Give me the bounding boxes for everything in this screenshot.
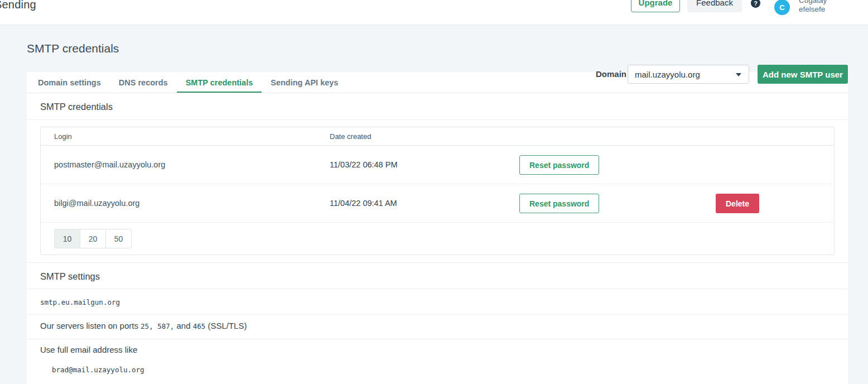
date-created-cell: 11/03/22 06:48 PM — [330, 160, 397, 169]
table-row: bilgi@mail.uzayyolu.org 11/04/22 09:41 A… — [41, 184, 834, 223]
feedback-button[interactable]: Feedback — [687, 0, 742, 12]
tab-sending-api-keys[interactable]: Sending API keys — [262, 72, 347, 93]
avatar[interactable]: C — [774, 0, 790, 15]
tab-smtp-credentials[interactable]: SMTP credentials — [177, 72, 262, 93]
breadcrumb-page-title: Sending — [0, 0, 36, 11]
page-title: SMTP credentials — [27, 42, 119, 55]
page-size-button-10[interactable]: 10 — [54, 229, 80, 248]
smtp-hostname-row: smtp.eu.mailgun.org — [27, 289, 848, 315]
table-header-row: Login Date created — [41, 127, 834, 146]
page-size-button-50[interactable]: 50 — [105, 229, 132, 248]
section-divider — [27, 255, 848, 263]
ports-conjunction: and — [174, 321, 192, 330]
login-cell: postmaster@mail.uzayyolu.org — [54, 160, 165, 169]
column-header-date-created: Date created — [330, 132, 371, 141]
content-card: Domain settings DNS records SMTP credent… — [27, 72, 848, 384]
page-size-button-20[interactable]: 20 — [80, 229, 106, 248]
user-name[interactable]: Cugatay efelsefe — [799, 0, 827, 14]
smtp-ports-row: Our servers listen on ports 25, 587, and… — [27, 315, 848, 339]
reset-password-button[interactable]: Reset password — [519, 155, 599, 175]
credentials-table: Login Date created postmaster@mail.uzayy… — [40, 127, 835, 255]
tab-dns-records[interactable]: DNS records — [110, 72, 177, 93]
page-size-group: 10 20 50 — [54, 229, 132, 248]
domain-label: Domain — [596, 69, 626, 79]
username-hint: Use full email address like — [40, 345, 137, 354]
username-example: brad@mail.uzayyolu.org — [52, 365, 835, 375]
domain-select[interactable]: mail.uzayyolu.org — [628, 65, 749, 84]
page-header: SMTP credentials Domain mail.uzayyolu.or… — [0, 25, 868, 72]
reset-password-button[interactable]: Reset password — [519, 194, 599, 213]
ports-values-b: 465 — [193, 322, 206, 330]
login-cell: bilgi@mail.uzayyolu.org — [54, 199, 139, 208]
add-smtp-user-button[interactable]: Add new SMTP user — [758, 65, 848, 84]
user-name-line1: Cugatay — [799, 0, 827, 5]
ports-text-suffix: (SSL/TLS) — [205, 321, 247, 330]
help-icon[interactable]: ? — [751, 0, 760, 8]
smtp-credentials-section-title: SMTP credentials — [27, 93, 848, 120]
user-name-line2: efelsefe — [799, 5, 827, 14]
date-created-cell: 11/04/22 09:41 AM — [330, 199, 397, 208]
smtp-hostname: smtp.eu.mailgun.org — [40, 298, 120, 306]
top-bar: Sending Upgrade Feedback ? C Cugatay efe… — [0, 0, 868, 25]
tab-domain-settings[interactable]: Domain settings — [29, 72, 110, 93]
ports-text-prefix: Our servers listen on ports — [40, 321, 141, 330]
smtp-settings-section-title: SMTP settings — [27, 263, 848, 289]
smtp-username-row: Use full email address like brad@mail.uz… — [27, 339, 848, 384]
table-footer: 10 20 50 — [41, 223, 834, 255]
ports-values-a: 25, 587, — [141, 322, 174, 330]
upgrade-button[interactable]: Upgrade — [631, 0, 680, 12]
chevron-down-icon — [736, 73, 741, 76]
table-row: postmaster@mail.uzayyolu.org 11/03/22 06… — [41, 146, 834, 184]
column-header-login: Login — [54, 132, 72, 141]
domain-select-value: mail.uzayyolu.org — [635, 70, 700, 79]
delete-button[interactable]: Delete — [716, 194, 759, 213]
